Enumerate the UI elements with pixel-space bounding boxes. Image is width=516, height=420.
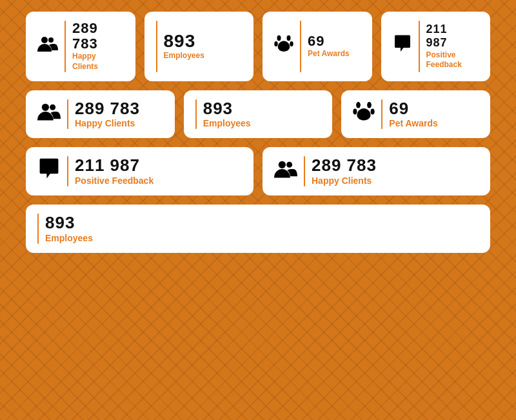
group-icon — [37, 100, 61, 128]
card-text: 893 Employees — [164, 32, 204, 61]
card-happy-clients-3: 289 783 Happy Clients — [263, 147, 490, 195]
card-number: 289 783 — [75, 99, 140, 118]
card-label: Pet Awards — [308, 49, 350, 59]
card-label: Employees — [203, 117, 251, 129]
card-text: 211987 Positive Feedback — [426, 23, 462, 70]
paw-icon — [274, 34, 293, 58]
card-text: 211 987 Positive Feedback — [75, 156, 154, 186]
card-happy-clients-2: 289 783 Happy Clients — [26, 90, 175, 139]
svg-point-6 — [42, 104, 49, 111]
svg-point-8 — [356, 102, 361, 108]
card-number: 893 — [45, 214, 93, 232]
paw-icon — [353, 101, 375, 128]
svg-point-11 — [371, 109, 375, 115]
row-1: 289 783 Happy Clients 893 Employees — [26, 12, 490, 81]
svg-point-4 — [274, 41, 277, 46]
divider — [419, 21, 420, 72]
card-happy-clients-small-1: 289 783 Happy Clients — [26, 12, 135, 81]
card-number: 893 — [203, 99, 251, 118]
divider — [195, 99, 197, 130]
row-4: 893 Employees — [26, 205, 490, 253]
card-employees-small-1: 893 Employees — [144, 12, 254, 81]
svg-point-7 — [50, 105, 55, 110]
card-text: 289 783 Happy Clients — [72, 21, 124, 72]
divider — [67, 99, 68, 130]
card-label: Happy Clients — [75, 117, 140, 129]
card-pet-awards-small-1: 69 Pet Awards — [263, 12, 372, 81]
svg-point-1 — [48, 37, 54, 43]
card-employees-3: 893 Employees — [26, 205, 490, 253]
card-label: Happy Clients — [312, 175, 377, 186]
svg-point-12 — [279, 161, 286, 168]
card-text: 893 Employees — [45, 214, 93, 244]
card-label: Positive Feedback — [426, 50, 462, 70]
divider — [304, 156, 305, 186]
card-number: 289 783 — [312, 156, 377, 175]
card-positive-feedback-small-1: 211987 Positive Feedback — [381, 12, 491, 81]
svg-point-13 — [286, 161, 292, 167]
group-icon — [274, 157, 297, 186]
row-3: 211 987 Positive Feedback 289 783 Happy … — [26, 147, 490, 195]
card-number: 289 783 — [72, 21, 124, 52]
svg-point-9 — [367, 102, 372, 108]
card-pet-awards-2: 69 Pet Awards — [341, 90, 490, 139]
divider — [37, 214, 39, 244]
chat-icon — [37, 157, 61, 186]
svg-point-0 — [41, 37, 48, 43]
svg-point-2 — [277, 35, 281, 41]
group-icon — [37, 34, 58, 59]
card-number: 69 — [389, 99, 437, 118]
card-employees-2: 893 Employees — [184, 90, 333, 139]
card-text: 289 783 Happy Clients — [312, 156, 377, 186]
row-2: 289 783 Happy Clients 893 Employees — [26, 90, 490, 139]
card-text: 289 783 Happy Clients — [75, 99, 140, 130]
card-positive-feedback-2: 211 987 Positive Feedback — [26, 147, 253, 195]
card-label: Employees — [45, 232, 93, 244]
card-number: 211 987 — [75, 156, 154, 175]
card-number: 211987 — [426, 23, 462, 50]
card-text: 69 Pet Awards — [389, 99, 437, 130]
main-content: 289 783 Happy Clients 893 Employees — [0, 0, 516, 265]
divider — [64, 21, 66, 72]
card-label: Pet Awards — [389, 117, 437, 129]
divider — [156, 21, 157, 72]
card-label: Employees — [164, 51, 204, 61]
svg-point-5 — [290, 41, 293, 46]
chat-icon — [393, 34, 412, 58]
svg-point-3 — [287, 35, 291, 41]
card-number: 893 — [164, 32, 204, 52]
divider — [381, 99, 382, 130]
card-label: Happy Clients — [72, 52, 124, 72]
card-number: 69 — [308, 34, 350, 49]
divider — [67, 156, 68, 186]
divider — [300, 21, 301, 72]
card-text: 893 Employees — [203, 99, 251, 130]
card-label: Positive Feedback — [75, 175, 154, 186]
card-text: 69 Pet Awards — [308, 34, 350, 59]
svg-point-10 — [353, 109, 357, 115]
